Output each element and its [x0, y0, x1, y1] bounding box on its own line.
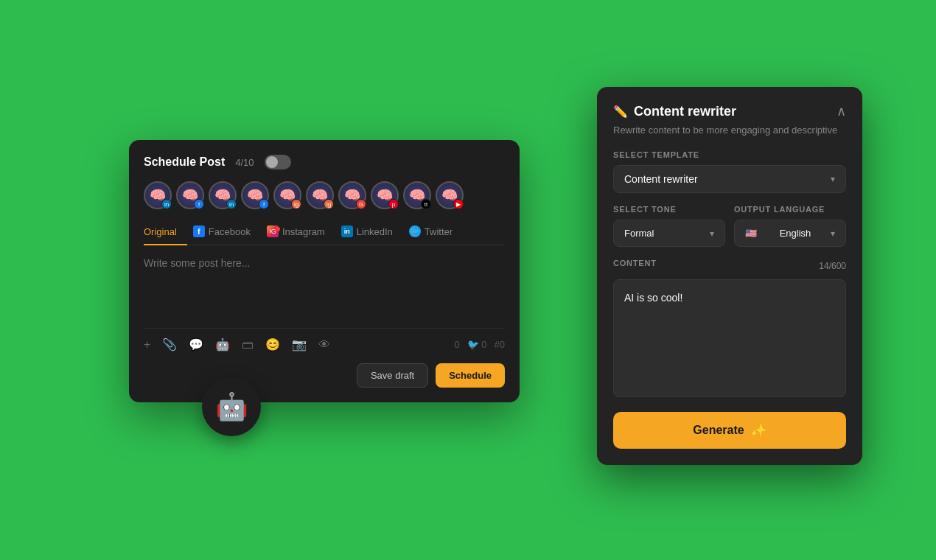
- platform-badge-facebook2: f: [259, 199, 269, 209]
- char-count: 0: [454, 339, 459, 350]
- platform-badge-facebook1: f: [194, 199, 204, 209]
- social-icon-li1[interactable]: 🧠 in: [144, 181, 172, 209]
- add-icon[interactable]: +: [144, 338, 150, 351]
- chevron-down-icon: ▾: [831, 174, 835, 184]
- emoji-icon[interactable]: 😊: [265, 337, 280, 351]
- hashtag-count: #0: [495, 339, 505, 350]
- tab-linkedin[interactable]: in LinkedIn: [341, 221, 403, 245]
- content-section: CONTENT 14/600 AI is so cool!: [613, 259, 846, 400]
- rewriter-title-row: ✏️ Content rewriter: [613, 104, 736, 119]
- rewriter-title: Content rewriter: [634, 104, 736, 119]
- tone-language-row: SELECT TONE Formal ▾ OUTPUT LANGUAGE 🇺🇸 …: [613, 205, 846, 247]
- tone-chevron-icon: ▾: [710, 228, 714, 239]
- toolbar-counts: 0 🐦 0 #0: [454, 339, 505, 350]
- content-textarea[interactable]: AI is so cool!: [613, 279, 846, 397]
- pencil-icon: ✏️: [613, 105, 628, 119]
- twitter-count: 🐦 0: [467, 339, 487, 350]
- generate-button[interactable]: Generate ✨: [613, 412, 846, 449]
- facebook-icon: f: [193, 225, 205, 237]
- tab-original[interactable]: Original: [144, 221, 187, 245]
- tab-linkedin-label: LinkedIn: [357, 226, 393, 237]
- instagram-icon: IG: [267, 225, 279, 237]
- tab-instagram[interactable]: IG Instagram: [267, 221, 335, 245]
- eye-icon[interactable]: 👁: [318, 338, 330, 351]
- comment-icon[interactable]: 💬: [189, 337, 203, 351]
- platform-badge-tiktok: tt: [421, 199, 431, 209]
- card-icon[interactable]: 🗃: [242, 338, 254, 351]
- language-value: English: [780, 228, 811, 239]
- social-icon-ig1[interactable]: 🧠 ig: [273, 181, 301, 209]
- linkedin-icon: in: [341, 225, 353, 237]
- platform-badge-linkedin2: in: [226, 199, 237, 209]
- post-count: 4/10: [235, 157, 254, 168]
- platform-badge-instagram1: ig: [291, 199, 301, 209]
- tab-twitter[interactable]: 🐦 Twitter: [409, 221, 463, 245]
- twitter-icon: 🐦: [409, 225, 421, 237]
- social-icon-ig2[interactable]: 🧠 ig: [306, 181, 334, 209]
- language-dropdown[interactable]: 🇺🇸 English ▾: [734, 220, 846, 247]
- language-column: OUTPUT LANGUAGE 🇺🇸 English ▾: [734, 205, 846, 247]
- rewriter-header: ✏️ Content rewriter ∧: [613, 103, 846, 119]
- social-icon-yt[interactable]: 🧠 ▶: [436, 181, 464, 209]
- schedule-header: Schedule Post 4/10: [144, 155, 505, 169]
- schedule-post-card: Schedule Post 4/10 🧠 in 🧠 f 🧠 in 🧠 f 🧠 i…: [129, 140, 520, 402]
- social-icons-row: 🧠 in 🧠 f 🧠 in 🧠 f 🧠 ig 🧠 ig 🧠 G 🧠: [144, 181, 505, 209]
- attachment-icon[interactable]: 📎: [162, 337, 177, 351]
- template-dropdown[interactable]: Content rewriter ▾: [613, 165, 846, 193]
- robot-avatar[interactable]: 🤖: [202, 377, 261, 436]
- platform-badge-instagram2: ig: [324, 199, 334, 209]
- toggle-switch[interactable]: [265, 155, 291, 169]
- social-icon-tt[interactable]: 🧠 tt: [403, 181, 431, 209]
- social-icon-fb2[interactable]: 🧠 f: [241, 181, 269, 209]
- post-textarea[interactable]: [144, 257, 505, 316]
- tab-facebook[interactable]: f Facebook: [193, 221, 261, 245]
- template-value: Content rewriter: [624, 173, 698, 185]
- tab-instagram-label: Instagram: [282, 226, 325, 237]
- platform-badge-linkedin1: in: [161, 199, 172, 209]
- robot-face-icon: 🤖: [215, 391, 248, 422]
- language-chevron-icon: ▾: [831, 228, 835, 239]
- magic-icon: ✨: [750, 422, 766, 438]
- instagram-notification-dot: [276, 227, 280, 231]
- tabs-row: Original f Facebook IG Instagram in Link…: [144, 221, 505, 245]
- language-label: OUTPUT LANGUAGE: [734, 205, 846, 214]
- platform-badge-google: G: [356, 199, 366, 209]
- post-actions: Save draft Schedule: [144, 363, 505, 388]
- tab-twitter-label: Twitter: [425, 226, 453, 237]
- schedule-title: Schedule Post: [144, 155, 225, 169]
- content-label: CONTENT: [613, 259, 657, 267]
- robot-icon[interactable]: 🤖: [215, 337, 230, 351]
- content-header: CONTENT 14/600: [613, 259, 846, 273]
- social-icon-pi[interactable]: 🧠 p: [371, 181, 399, 209]
- platform-badge-pinterest: p: [388, 199, 399, 209]
- tab-facebook-label: Facebook: [209, 226, 251, 237]
- social-icon-li2[interactable]: 🧠 in: [209, 181, 237, 209]
- tone-label: SELECT TONE: [613, 205, 725, 214]
- social-icon-fb1[interactable]: 🧠 f: [176, 181, 204, 209]
- save-draft-button[interactable]: Save draft: [357, 363, 428, 388]
- select-template-label: SELECT TEMPLATE: [613, 150, 846, 159]
- content-rewriter-card: ✏️ Content rewriter ∧ Rewrite content to…: [597, 87, 862, 465]
- tone-column: SELECT TONE Formal ▾: [613, 205, 725, 247]
- schedule-button[interactable]: Schedule: [436, 363, 505, 388]
- social-icon-g[interactable]: 🧠 G: [338, 181, 366, 209]
- language-flag: 🇺🇸: [745, 228, 757, 239]
- platform-badge-youtube: ▶: [453, 199, 464, 209]
- tab-original-label: Original: [144, 226, 177, 237]
- collapse-button[interactable]: ∧: [837, 103, 846, 119]
- content-count: 14/600: [819, 261, 846, 271]
- tone-value: Formal: [624, 228, 654, 239]
- tone-dropdown[interactable]: Formal ▾: [613, 220, 725, 247]
- camera-icon[interactable]: 📷: [292, 337, 307, 351]
- post-toolbar: + 📎 💬 🤖 🗃 😊 📷 👁 0 🐦 0 #0: [144, 328, 505, 351]
- rewriter-subtitle: Rewrite content to be more engaging and …: [613, 124, 846, 137]
- generate-label: Generate: [693, 424, 744, 437]
